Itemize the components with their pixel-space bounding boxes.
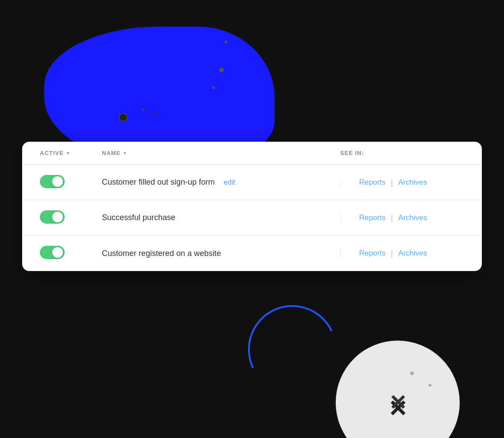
data-table: ACTIVE ▼ NAME ▼ SEE IN: Cu (22, 142, 482, 271)
row-3-reports-link[interactable]: Reports (354, 249, 391, 258)
table-row: Customer filled out sign-up form edit Re… (22, 165, 482, 200)
row-1-name-text: Customer filled out sign-up form (102, 178, 215, 187)
row-2-archives-link[interactable]: Archives (393, 213, 432, 222)
table-header: ACTIVE ▼ NAME ▼ SEE IN: (22, 142, 482, 165)
row-3-name-text: Customer registered on a website (102, 249, 221, 258)
row-1-reports-link[interactable]: Reports (354, 178, 391, 187)
main-card: ACTIVE ▼ NAME ▼ SEE IN: Cu (22, 142, 482, 271)
toggle-active-3[interactable] (40, 246, 65, 259)
col-name-header: NAME ▼ (102, 150, 340, 156)
toggle-wrap-3 (40, 246, 102, 261)
col-active-header: ACTIVE ▼ (40, 150, 102, 156)
name-sort-arrow[interactable]: ▼ (123, 151, 127, 155)
toggle-wrap-2 (40, 210, 102, 225)
see-in-header-label: SEE IN: (340, 150, 464, 156)
row-2-see-in-cell: Reports | Archives (340, 213, 464, 222)
toggle-active-2[interactable] (40, 210, 65, 224)
row-1-see-in-cell: Reports | Archives (340, 178, 464, 187)
row-1-edit-link[interactable]: edit (224, 178, 235, 186)
row-3-archives-link[interactable]: Archives (393, 249, 432, 258)
row-2-reports-link[interactable]: Reports (354, 213, 391, 222)
name-header-label: NAME ▼ (102, 150, 340, 156)
active-sort-arrow[interactable]: ▼ (66, 151, 70, 155)
row-3-see-in-cell: Reports | Archives (340, 249, 464, 258)
table-row: Successful purchase Reports | Archives (22, 200, 482, 236)
active-header-label: ACTIVE ▼ (40, 150, 102, 156)
table-row: Customer registered on a website Reports… (22, 236, 482, 271)
row-2-name-cell: Successful purchase (102, 213, 340, 222)
col-see-in-header: SEE IN: (340, 150, 464, 156)
row-2-name-text: Successful purchase (102, 213, 175, 222)
row-1-name-cell: Customer filled out sign-up form edit (102, 178, 340, 187)
row-1-archives-link[interactable]: Archives (393, 178, 432, 187)
toggle-wrap-1 (40, 175, 102, 190)
toggle-active-1[interactable] (40, 175, 65, 188)
row-3-name-cell: Customer registered on a website (102, 249, 340, 258)
